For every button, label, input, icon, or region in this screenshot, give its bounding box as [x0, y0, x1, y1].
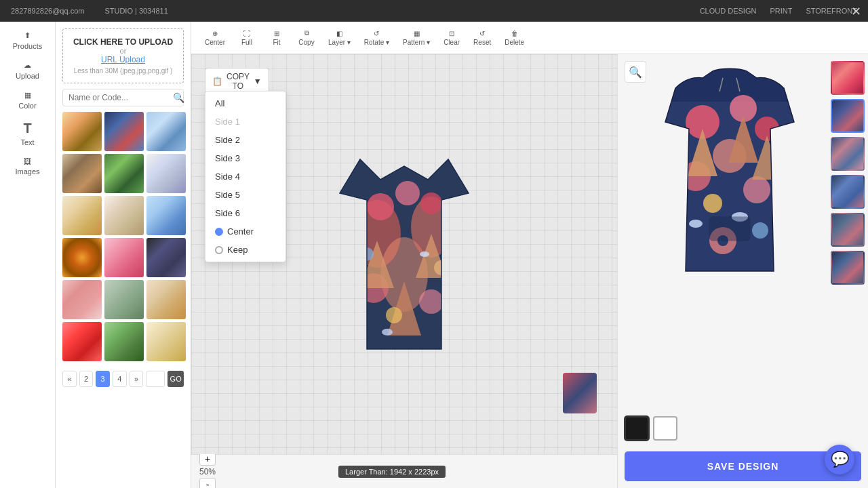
dropdown-side6[interactable]: Side 6 — [205, 204, 285, 222]
thumb-4[interactable] — [831, 175, 865, 209]
support-chat-button[interactable]: 💬 — [825, 445, 854, 474]
sidebar-item-images[interactable]: 🖼 Images — [0, 153, 55, 180]
top-bar: 2827892826@qq.com STUDIO | 3034811 CLOUD… — [0, 0, 868, 22]
center-icon: ⊕ — [212, 30, 218, 37]
page-go-button[interactable]: GO — [167, 371, 184, 387]
list-item[interactable] — [104, 112, 144, 151]
canvas-bottom: + 50% - Larger Than: 1942 x 2223px — [191, 454, 617, 488]
right-panel: 🔍 — [617, 54, 868, 488]
upload-box[interactable]: CLICK HERE TO UPLOAD or URL Upload Less … — [62, 28, 184, 83]
list-item[interactable] — [146, 112, 186, 151]
sidebar-label-upload: Upload — [16, 72, 39, 80]
fit-icon: ⊞ — [274, 30, 279, 37]
images-icon: 🖼 — [24, 157, 31, 165]
dropdown-all[interactable]: All — [205, 94, 285, 113]
list-item[interactable] — [62, 280, 102, 319]
pattern-icon: ▦ — [414, 30, 420, 37]
dropdown-side4[interactable]: Side 4 — [205, 167, 285, 186]
tool-pattern[interactable]: ▦ Pattern ▾ — [397, 28, 435, 48]
svg-point-3 — [367, 193, 394, 220]
page-number-input[interactable] — [146, 371, 165, 387]
list-item[interactable] — [62, 322, 102, 361]
svg-rect-34 — [709, 217, 750, 241]
thumb-1[interactable] — [831, 61, 865, 95]
dropdown-side5[interactable]: Side 5 — [205, 186, 285, 204]
color-swatch-black[interactable] — [625, 416, 649, 441]
page-prev[interactable]: « — [62, 371, 77, 387]
tool-label-reset: Reset — [473, 39, 491, 46]
reset-icon: ↺ — [479, 30, 485, 37]
thumb-3[interactable] — [831, 137, 865, 171]
rotate-icon: ↺ — [374, 30, 379, 37]
svg-point-7 — [419, 289, 443, 314]
thumb-6[interactable] — [831, 251, 865, 285]
list-item[interactable] — [104, 196, 144, 235]
dropdown-center[interactable]: Center — [205, 222, 285, 241]
sidebar-label-images: Images — [15, 167, 39, 176]
color-swatch-white[interactable] — [653, 416, 677, 441]
thumb-2[interactable] — [831, 99, 865, 133]
tool-center[interactable]: ⊕ Center — [199, 28, 231, 48]
svg-point-29 — [689, 220, 703, 228]
sidebar-item-products[interactable]: ⬆ Products — [0, 27, 55, 54]
svg-point-4 — [395, 181, 420, 205]
list-item[interactable] — [104, 238, 144, 277]
page-2[interactable]: 2 — [79, 371, 94, 387]
upload-panel: CLICK HERE TO UPLOAD or URL Upload Less … — [56, 22, 191, 488]
upload-hint: Less than 30M (jpeg,jpg,png,gif ) — [68, 67, 178, 75]
tool-fit[interactable]: ⊞ Fit — [263, 28, 290, 48]
toolbar: ⊕ Center ⛶ Full ⊞ Fit ⧉ Copy ◧ Layer ▾ ↺… — [191, 22, 868, 54]
list-item[interactable] — [146, 322, 186, 361]
storefront-link[interactable]: STOREFRONT — [806, 7, 857, 15]
list-item[interactable] — [104, 280, 144, 319]
url-upload-link[interactable]: URL Upload — [68, 55, 178, 64]
zoom-out-button[interactable]: - — [199, 478, 216, 489]
garment-svg — [319, 152, 489, 356]
copy-to-chevron: ▼ — [254, 77, 262, 86]
copy-icon: ⧉ — [304, 29, 309, 37]
small-thumb[interactable] — [563, 373, 597, 413]
cloud-design-link[interactable]: CLOUD DESIGN — [700, 7, 757, 15]
tool-full[interactable]: ⛶ Full — [233, 28, 260, 48]
list-item[interactable] — [104, 154, 144, 193]
zoom-level: 50% — [199, 467, 216, 476]
tool-layer[interactable]: ◧ Layer ▾ — [323, 28, 356, 48]
tool-reset[interactable]: ↺ Reset — [468, 28, 496, 48]
list-item[interactable] — [62, 112, 102, 151]
tool-label-full: Full — [241, 39, 252, 46]
page-next[interactable]: » — [130, 371, 144, 387]
tool-copy[interactable]: ⧉ Copy — [293, 27, 320, 48]
dropdown-side2[interactable]: Side 2 — [205, 131, 285, 149]
radio-keep — [215, 246, 223, 254]
close-button[interactable]: ✕ — [851, 4, 861, 19]
list-item[interactable] — [62, 238, 102, 277]
dropdown-side3[interactable]: Side 3 — [205, 149, 285, 167]
list-item[interactable] — [104, 322, 144, 361]
sidebar-item-text[interactable]: T Text — [0, 117, 55, 150]
svg-point-14 — [382, 329, 393, 336]
sidebar-item-color[interactable]: ▦ Color — [0, 87, 55, 114]
layer-icon: ◧ — [336, 30, 342, 37]
dropdown-keep[interactable]: Keep — [205, 241, 285, 259]
sidebar-item-upload[interactable]: ☁ Upload — [0, 57, 55, 84]
page-3[interactable]: 3 — [96, 371, 110, 387]
tool-rotate[interactable]: ↺ Rotate ▾ — [359, 28, 395, 48]
page-4[interactable]: 4 — [113, 371, 127, 387]
chat-icon: 💬 — [831, 451, 849, 468]
print-link[interactable]: PRINT — [770, 7, 792, 15]
thumb-5[interactable] — [831, 213, 865, 247]
sidebar-label-color: Color — [18, 102, 36, 110]
tool-clear[interactable]: ⊡ Clear — [438, 28, 465, 48]
search-box: 🔍 — [62, 89, 184, 106]
tool-delete[interactable]: 🗑 Delete — [499, 28, 530, 48]
list-item[interactable] — [146, 280, 186, 319]
zoom-controls: + 50% - — [199, 452, 216, 489]
magnifier-button[interactable]: 🔍 — [625, 61, 646, 83]
list-item[interactable] — [146, 196, 186, 235]
list-item[interactable] — [62, 196, 102, 235]
radio-center — [215, 228, 223, 236]
search-input[interactable] — [68, 93, 170, 102]
list-item[interactable] — [62, 154, 102, 193]
list-item[interactable] — [146, 154, 186, 193]
list-item[interactable] — [146, 238, 186, 277]
